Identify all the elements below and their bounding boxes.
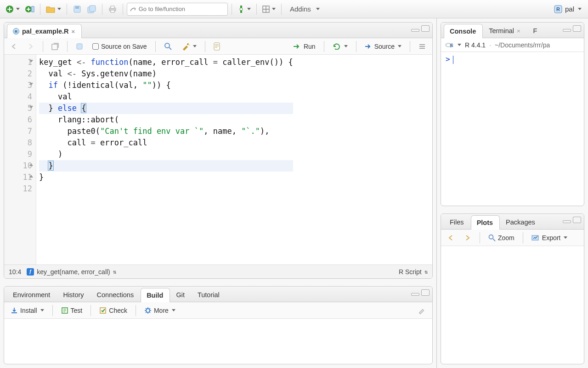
console-pane: ConsoleTerminal×F R R 4.4.1 · ~/Document… bbox=[441, 22, 584, 206]
zoom-icon bbox=[488, 234, 496, 242]
chevron-down-icon bbox=[247, 8, 251, 10]
export-label: Export bbox=[542, 234, 560, 242]
editor-statusbar: 10:4 ƒ key_get(name, error_call) ⇅ R Scr… bbox=[4, 264, 432, 278]
chevron-down-icon bbox=[272, 8, 276, 10]
pane-layout-button[interactable] bbox=[260, 3, 277, 16]
new-project-button[interactable] bbox=[23, 3, 36, 16]
r-version-label: R 4.4.1 bbox=[465, 41, 486, 49]
code-content[interactable]: key_get <- function(name, error_call = c… bbox=[36, 55, 293, 264]
more-button[interactable]: More bbox=[141, 305, 178, 316]
maximize-pane-button[interactable] bbox=[573, 217, 581, 223]
tab-f[interactable]: F bbox=[527, 23, 544, 38]
goto-file-function-input[interactable] bbox=[127, 3, 228, 16]
save-file-button[interactable] bbox=[73, 41, 86, 52]
gear-icon bbox=[144, 307, 152, 314]
svg-text:R: R bbox=[15, 29, 18, 34]
show-in-new-window-button[interactable] bbox=[49, 41, 62, 52]
open-file-button[interactable] bbox=[44, 3, 63, 16]
chevron-down-icon bbox=[172, 309, 175, 311]
print-button[interactable] bbox=[106, 3, 119, 16]
nav-back-button[interactable] bbox=[8, 42, 21, 51]
maximize-pane-button[interactable] bbox=[421, 25, 430, 32]
chevron-down-icon bbox=[40, 309, 44, 311]
tab-tutorial[interactable]: Tutorial bbox=[192, 288, 226, 302]
tab-console[interactable]: Console bbox=[444, 24, 483, 38]
function-navigator[interactable]: ƒ key_get(name, error_call) ⇅ bbox=[27, 268, 116, 276]
clear-build-button[interactable] bbox=[415, 305, 429, 316]
file-type-label: R Script bbox=[399, 268, 422, 276]
save-button[interactable] bbox=[71, 3, 84, 16]
tab-plots[interactable]: Plots bbox=[471, 215, 500, 230]
test-label: Test bbox=[71, 307, 83, 314]
r-logo-icon: R bbox=[445, 41, 453, 49]
outline-button[interactable] bbox=[416, 42, 429, 51]
goto-input-field[interactable] bbox=[139, 6, 225, 12]
source-label: Source bbox=[374, 43, 395, 50]
tab-history[interactable]: History bbox=[57, 288, 90, 302]
svg-rect-2 bbox=[31, 6, 34, 12]
console-body[interactable]: > bbox=[441, 52, 584, 206]
tab-files[interactable]: Files bbox=[444, 215, 471, 229]
files-plots-pane: FilesPlotsPackages Zoom Export bbox=[441, 213, 584, 364]
console-prompt: > bbox=[446, 55, 453, 63]
tab-build[interactable]: Build bbox=[141, 288, 170, 302]
goto-arrow-icon bbox=[130, 6, 136, 12]
project-name-label: pal bbox=[565, 5, 574, 13]
plots-toolbar: Zoom Export bbox=[441, 230, 584, 246]
maximize-pane-button[interactable] bbox=[421, 289, 430, 296]
main-toolbar: Addins R pal bbox=[0, 0, 588, 18]
new-file-button[interactable] bbox=[4, 3, 22, 16]
chevron-down-icon bbox=[344, 45, 348, 47]
tab-environment[interactable]: Environment bbox=[7, 288, 57, 302]
code-tools-button[interactable] bbox=[179, 41, 199, 52]
close-icon[interactable]: × bbox=[517, 28, 520, 34]
tools-grid-button[interactable] bbox=[236, 3, 253, 16]
line-number-gutter: 123456789101112 bbox=[4, 55, 36, 264]
rerun-button[interactable] bbox=[330, 42, 351, 51]
environment-pane: EnvironmentHistoryConnectionsBuildGitTut… bbox=[4, 286, 433, 364]
tab-terminal[interactable]: Terminal× bbox=[483, 23, 527, 38]
check-button[interactable]: Check bbox=[96, 305, 130, 316]
check-label: Check bbox=[109, 307, 127, 314]
plot-prev-button[interactable] bbox=[445, 233, 458, 242]
chevron-down-icon[interactable] bbox=[458, 44, 461, 46]
working-dir-label: ~/Documents/rrr/pa bbox=[495, 41, 550, 49]
tab-connections[interactable]: Connections bbox=[91, 288, 141, 302]
export-icon bbox=[531, 235, 540, 241]
install-button[interactable]: Install bbox=[8, 305, 47, 316]
svg-point-20 bbox=[165, 43, 170, 48]
close-tab-icon[interactable]: × bbox=[72, 28, 75, 35]
minimize-pane-button[interactable] bbox=[411, 29, 419, 32]
editor-tab[interactable]: R pal_example.R × bbox=[7, 24, 82, 38]
save-all-button[interactable] bbox=[85, 3, 98, 16]
source-button[interactable]: Source bbox=[362, 41, 404, 52]
minimize-pane-button[interactable] bbox=[563, 29, 571, 32]
test-button[interactable]: Test bbox=[58, 305, 85, 316]
plot-next-button[interactable] bbox=[461, 233, 474, 242]
nav-forward-button[interactable] bbox=[24, 42, 37, 51]
files-tabbar: FilesPlotsPackages bbox=[441, 214, 584, 230]
find-replace-button[interactable] bbox=[161, 41, 175, 52]
run-button[interactable]: Run bbox=[290, 41, 318, 52]
pane-window-controls bbox=[563, 25, 581, 32]
source-on-save-label: Source on Save bbox=[101, 43, 147, 50]
tab-packages[interactable]: Packages bbox=[500, 215, 542, 229]
code-editor[interactable]: 123456789101112 key_get <- function(name… bbox=[4, 55, 432, 264]
minimize-pane-button[interactable] bbox=[411, 293, 419, 296]
minimize-pane-button[interactable] bbox=[563, 220, 571, 223]
svg-rect-4 bbox=[75, 6, 79, 9]
svg-text:R: R bbox=[556, 6, 560, 12]
source-on-save-checkbox[interactable]: Source on Save bbox=[90, 41, 150, 52]
compile-report-button[interactable] bbox=[211, 41, 223, 52]
tab-git[interactable]: Git bbox=[170, 288, 192, 302]
maximize-pane-button[interactable] bbox=[573, 25, 581, 32]
run-label: Run bbox=[304, 43, 316, 50]
project-menu[interactable]: R pal bbox=[551, 5, 584, 13]
source-editor-pane: R pal_example.R × Source on Save bbox=[4, 22, 433, 279]
svg-rect-6 bbox=[90, 6, 96, 12]
export-button[interactable]: Export bbox=[529, 233, 570, 243]
file-type-selector[interactable]: R Script ⇅ bbox=[399, 268, 428, 276]
zoom-label: Zoom bbox=[498, 234, 514, 242]
addins-button[interactable]: Addins bbox=[285, 3, 322, 16]
zoom-button[interactable]: Zoom bbox=[486, 233, 517, 243]
